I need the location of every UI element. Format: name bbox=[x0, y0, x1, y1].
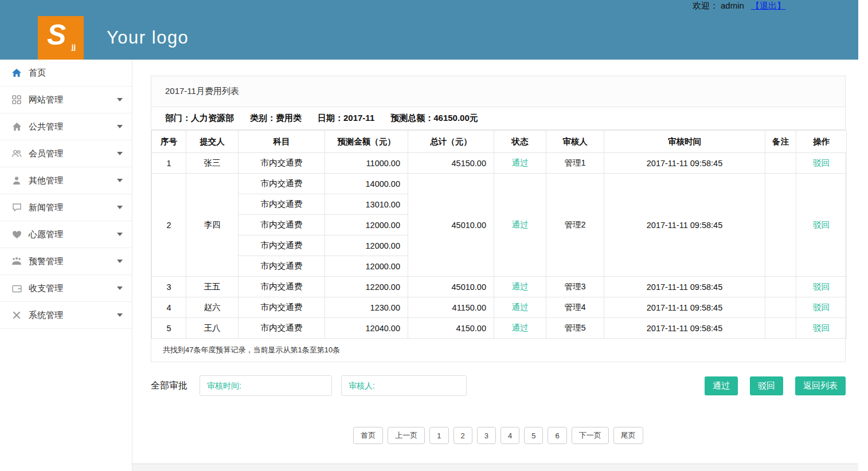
cell-reviewer: 管理3 bbox=[546, 277, 604, 297]
page-number-button[interactable]: 6 bbox=[548, 427, 566, 444]
page-number-button[interactable]: 4 bbox=[501, 427, 519, 444]
scrollbar-track[interactable] bbox=[858, 0, 868, 471]
cell-reviewer: 管理4 bbox=[546, 297, 604, 318]
page-number-button[interactable]: 2 bbox=[453, 427, 472, 444]
sidebar-item-member[interactable]: 会员管理 bbox=[0, 140, 132, 167]
reject-link[interactable]: 驳回 bbox=[813, 303, 830, 312]
column-header: 审核时间 bbox=[604, 131, 765, 153]
table-row: 2李四市内交通费14000.0045010.00通过管理22017-11-11 … bbox=[152, 174, 847, 194]
filter-label: 部门： bbox=[165, 113, 191, 123]
cell-amount: 12000.00 bbox=[325, 256, 408, 277]
house-icon bbox=[9, 122, 24, 131]
sidebar-item-site[interactable]: 网站管理 bbox=[0, 87, 132, 113]
sidebar-item-warning[interactable]: 预警管理 bbox=[0, 248, 132, 275]
cell-submitter: 王八 bbox=[186, 318, 238, 339]
chevron-down-icon bbox=[117, 98, 123, 101]
approve-button[interactable]: 通过 bbox=[705, 376, 738, 395]
cell-remark bbox=[765, 318, 796, 339]
cell-reviewer: 管理1 bbox=[546, 153, 604, 174]
cell-submitter: 李四 bbox=[186, 174, 238, 277]
filter-value: 费用类 bbox=[276, 113, 302, 123]
filter-value: 2017-11 bbox=[343, 113, 374, 123]
page-prev-button[interactable]: 上一页 bbox=[388, 427, 425, 444]
column-header: 操作 bbox=[796, 131, 847, 153]
cell-submitter: 张三 bbox=[186, 153, 238, 174]
cell-subject: 市内交通费 bbox=[238, 277, 325, 297]
filter-item: 日期：2017-11 bbox=[318, 113, 374, 124]
page-number-button[interactable]: 1 bbox=[429, 427, 448, 444]
status-pass-link[interactable]: 通过 bbox=[512, 303, 529, 312]
page-last-button[interactable]: 尾页 bbox=[613, 427, 643, 444]
reviewer-input[interactable] bbox=[341, 375, 467, 396]
cell-amount: 14000.00 bbox=[325, 174, 408, 194]
cell-action: 驳回 bbox=[796, 174, 847, 277]
column-header: 预测金额（元） bbox=[325, 131, 408, 153]
cell-subject: 市内交通费 bbox=[238, 236, 325, 256]
filter-label: 日期： bbox=[318, 113, 343, 123]
reject-link[interactable]: 驳回 bbox=[813, 158, 830, 167]
cell-review-time: 2017-11-11 09:58:45 bbox=[604, 153, 765, 174]
approval-label: 全部审批 bbox=[151, 380, 187, 392]
header: S jj Your logo 欢迎：admin 【退出】 bbox=[0, 0, 858, 60]
sidebar-item-system[interactable]: 系统管理 bbox=[0, 302, 132, 329]
sidebar-item-news[interactable]: 新闻管理 bbox=[0, 194, 132, 221]
chevron-down-icon bbox=[117, 313, 123, 317]
welcome-bar: 欢迎：admin 【退出】 bbox=[693, 1, 785, 11]
cell-action: 驳回 bbox=[796, 277, 847, 297]
sidebar-item-other[interactable]: 其他管理 bbox=[0, 167, 132, 194]
back-to-list-button[interactable]: 返回列表 bbox=[795, 376, 846, 395]
chevron-down-icon bbox=[117, 125, 123, 128]
panel-title: 2017-11月费用列表 bbox=[151, 76, 845, 107]
main-content: 2017-11月费用列表 部门：人力资源部类别：费用类日期：2017-11预测总… bbox=[132, 60, 858, 463]
page-number-button[interactable]: 5 bbox=[524, 427, 543, 444]
table-row: 3王五市内交通费12200.0045010.00通过管理32017-11-11 … bbox=[152, 277, 847, 297]
chevron-down-icon bbox=[117, 286, 123, 290]
sidebar-item-label: 首页 bbox=[29, 68, 46, 78]
column-header: 备注 bbox=[765, 131, 796, 153]
sidebar-item-wish[interactable]: 心愿管理 bbox=[0, 221, 132, 248]
reject-link[interactable]: 驳回 bbox=[813, 323, 830, 332]
sidebar-item-finance[interactable]: 收支管理 bbox=[0, 275, 132, 302]
sidebar-item-label: 系统管理 bbox=[29, 310, 63, 321]
cell-subject: 市内交通费 bbox=[238, 153, 325, 174]
status-pass-link[interactable]: 通过 bbox=[512, 282, 529, 291]
cell-total: 4150.00 bbox=[408, 318, 494, 339]
cell-amount: 12000.00 bbox=[325, 236, 408, 256]
reject-link[interactable]: 驳回 bbox=[813, 220, 830, 229]
status-pass-link[interactable]: 通过 bbox=[512, 220, 529, 229]
username: admin bbox=[721, 1, 744, 10]
reject-button[interactable]: 驳回 bbox=[750, 376, 783, 395]
user-icon bbox=[9, 176, 24, 185]
sidebar-item-public[interactable]: 公共管理 bbox=[0, 113, 132, 140]
approval-buttons: 通过驳回返回列表 bbox=[705, 376, 846, 395]
column-header: 序号 bbox=[152, 131, 186, 153]
page-first-button[interactable]: 首页 bbox=[353, 427, 383, 444]
column-header: 审核人 bbox=[546, 131, 604, 153]
users-icon bbox=[9, 149, 24, 158]
sidebar-item-label: 收支管理 bbox=[29, 283, 63, 294]
sidebar-item-label: 预警管理 bbox=[29, 256, 63, 267]
cell-submitter: 赵六 bbox=[186, 297, 238, 318]
tools-icon bbox=[9, 311, 24, 320]
logo-text: Your logo bbox=[107, 28, 189, 48]
cell-action: 驳回 bbox=[796, 318, 847, 339]
cell-total: 45150.00 bbox=[408, 153, 494, 174]
filter-value: 46150.00元 bbox=[433, 113, 478, 123]
reject-link[interactable]: 驳回 bbox=[813, 282, 830, 291]
logout-link[interactable]: 【退出】 bbox=[751, 1, 785, 10]
cell-amount: 11000.00 bbox=[325, 153, 408, 174]
review-time-input[interactable] bbox=[200, 375, 332, 396]
column-header: 状态 bbox=[494, 131, 546, 153]
cell-seq: 2 bbox=[152, 174, 186, 277]
filter-label: 预测总额： bbox=[390, 113, 433, 123]
cell-reviewer: 管理5 bbox=[546, 318, 604, 339]
chevron-down-icon bbox=[117, 260, 123, 263]
status-pass-link[interactable]: 通过 bbox=[512, 323, 529, 332]
sidebar-item-label: 会员管理 bbox=[29, 148, 63, 159]
page-number-button[interactable]: 3 bbox=[477, 427, 496, 444]
heart-icon bbox=[9, 230, 24, 239]
logo-letter: S bbox=[47, 18, 66, 52]
status-pass-link[interactable]: 通过 bbox=[512, 158, 529, 167]
sidebar-item-home[interactable]: 首页 bbox=[0, 60, 132, 87]
page-next-button[interactable]: 下一页 bbox=[572, 427, 609, 444]
